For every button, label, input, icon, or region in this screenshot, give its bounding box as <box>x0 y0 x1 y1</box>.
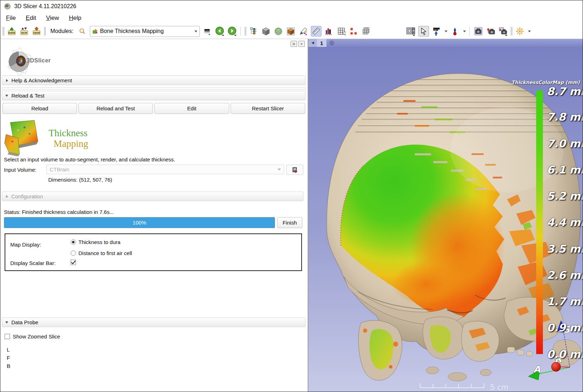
menu-view[interactable]: View <box>46 15 59 22</box>
toolbar-grip[interactable] <box>2 27 4 35</box>
radio-icon <box>71 250 76 256</box>
radio-distance-first-air-cell[interactable]: Distance to first air cell <box>71 250 132 256</box>
scalar-tick: 6.1 mm <box>547 164 583 176</box>
chevron-down-icon[interactable] <box>463 31 466 32</box>
chevron-down-icon <box>277 169 281 171</box>
input-volume-label: Input Volume: <box>4 167 37 173</box>
thickness-mapping-title: Thickness Mapping <box>49 128 88 149</box>
radio-thickness-to-dura[interactable]: Thickness to dura <box>71 239 120 245</box>
thickness-mapping-logo <box>4 120 46 159</box>
probe-row-b: B <box>7 363 10 369</box>
pin-bar-collapse[interactable] <box>308 39 317 47</box>
markups-icon[interactable] <box>298 26 308 36</box>
window-level-icon[interactable] <box>431 26 441 36</box>
input-volume-selector[interactable]: CTBrain <box>46 165 284 174</box>
toolbar-grip[interactable] <box>244 27 246 35</box>
module-panel: ⧉ ⨯ 3DSlicer <box>0 39 308 392</box>
subject-hierarchy-icon[interactable] <box>249 26 259 36</box>
module-selector-value: Bone Thickness Mapping <box>100 28 192 34</box>
reload-button[interactable]: Reload <box>2 103 77 114</box>
probe-row-l: L <box>7 347 10 353</box>
svg-text:DCM: DCM <box>21 32 27 34</box>
collapsed-arrow-icon <box>6 195 8 198</box>
view-label: 1 <box>317 39 326 47</box>
chevron-down-icon[interactable] <box>528 31 531 32</box>
reload-and-test-button[interactable]: Reload and Test <box>78 103 153 114</box>
finish-button[interactable]: Finish <box>277 217 302 228</box>
close-panel-icon[interactable]: ⨯ <box>298 41 305 47</box>
scale-bar-label: 5 cm <box>490 383 508 392</box>
3d-viewport[interactable]: 5 cm S R A ThicknessColor <box>308 47 583 392</box>
scalar-tick: 5.2 mm <box>547 190 583 202</box>
scene-view-icon[interactable] <box>486 26 496 36</box>
display-scalar-bar-label: Display Scalar Bar: <box>10 260 56 266</box>
grids-icon[interactable] <box>361 26 371 36</box>
volume-rendering-icon[interactable] <box>286 26 296 36</box>
menu-file[interactable]: File <box>6 15 16 22</box>
dicom-icon[interactable]: DCM <box>19 26 29 36</box>
logo-line-2: Mapping <box>49 138 88 149</box>
view-options-icon[interactable] <box>329 40 335 46</box>
data-module-cube-icon[interactable] <box>261 26 271 36</box>
scene-view-restore-icon[interactable] <box>498 26 508 36</box>
render-volume-button[interactable] <box>286 165 303 175</box>
scalar-tick: 2.6 mm <box>547 269 583 281</box>
chevron-down-icon[interactable] <box>445 31 447 32</box>
reload-test-header[interactable]: Reload & Test <box>2 91 306 100</box>
restart-slicer-button[interactable]: Restart Slicer <box>231 103 305 114</box>
ruler-annotations-icon[interactable] <box>311 26 321 37</box>
layout-selector-icon[interactable] <box>406 26 416 36</box>
toolbar-separator <box>469 27 470 36</box>
tables-icon[interactable] <box>336 26 346 36</box>
svg-text:SAVE: SAVE <box>33 32 40 34</box>
display-scalar-bar-checkbox[interactable] <box>71 260 76 265</box>
scalar-tick: 7.8 mm <box>547 111 583 123</box>
models-module-icon[interactable] <box>274 26 284 36</box>
module-search-icon[interactable] <box>77 26 87 36</box>
transforms-icon[interactable] <box>349 26 359 36</box>
menu-help[interactable]: Help <box>69 15 81 22</box>
menu-edit[interactable]: Edit <box>26 15 36 22</box>
mouse-interaction-icon[interactable] <box>418 26 429 37</box>
expanded-arrow-icon <box>5 95 8 97</box>
configuration-header[interactable]: Configuration <box>2 192 303 201</box>
configuration-label: Configuration <box>11 193 43 199</box>
load-data-icon[interactable]: DATA <box>7 26 17 36</box>
toolbar-separator <box>241 27 241 36</box>
scale-bar <box>420 383 484 388</box>
module-forward-icon[interactable] <box>227 26 237 36</box>
scalar-tick: 0.9 mm <box>547 321 583 334</box>
svg-text:DATA: DATA <box>9 32 15 34</box>
scalar-tick: 4.4 mm <box>547 216 583 228</box>
module-selector[interactable]: Bone Thickness Mapping <box>90 26 200 37</box>
probe-row-f: F <box>7 355 10 361</box>
show-zoomed-slice[interactable]: Show Zoomed Slice <box>5 333 60 339</box>
screenshot-icon[interactable] <box>473 26 483 36</box>
crosshair-icon[interactable] <box>515 26 525 36</box>
status-text: Status: Finished thickness calculation i… <box>4 209 114 215</box>
place-markup-icon[interactable] <box>450 26 460 36</box>
plots-icon[interactable] <box>324 26 334 36</box>
module-back-icon[interactable] <box>215 26 225 36</box>
show-zoomed-slice-checkbox[interactable] <box>5 334 10 339</box>
module-history-icon[interactable] <box>202 26 212 36</box>
toolbar-grip[interactable] <box>44 27 46 35</box>
save-icon[interactable]: SAVE <box>32 26 42 36</box>
radio-label: Distance to first air cell <box>78 250 132 256</box>
toolbar-grip[interactable] <box>511 27 512 35</box>
show-zoomed-slice-label: Show Zoomed Slice <box>13 333 60 339</box>
collapsed-arrow-icon <box>6 79 8 82</box>
map-display-label: Map Display: <box>10 242 41 248</box>
map-display-groupbox: Map Display: Thickness to dura Distance … <box>5 233 302 271</box>
modules-label: Modules: <box>50 28 73 34</box>
data-probe-header[interactable]: Data Probe <box>2 318 306 327</box>
module-icon <box>92 28 98 34</box>
scalar-color-bar <box>536 90 543 354</box>
float-panel-icon[interactable]: ⧉ <box>291 41 297 47</box>
edit-button[interactable]: Edit <box>154 103 229 114</box>
threed-view: 1 <box>308 39 583 392</box>
help-acknowledgement-header[interactable]: Help & Acknowledgement <box>2 76 306 85</box>
scalar-bar-title: ThicknessColorMap (mm) <box>512 79 580 85</box>
intro-text: Select an input volume to auto-segment, … <box>4 156 175 162</box>
radio-icon <box>71 239 76 245</box>
